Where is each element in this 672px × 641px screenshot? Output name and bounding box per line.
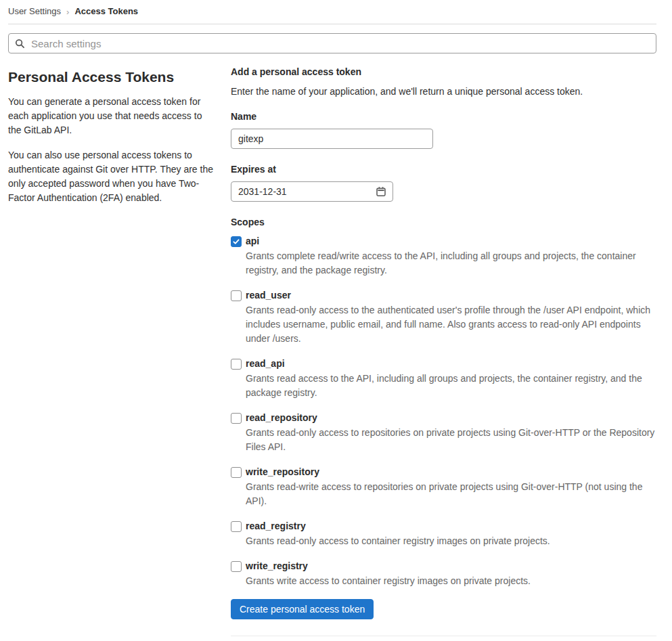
scope-item: read_registry Grants read-only access to… bbox=[231, 519, 656, 548]
scope-checkbox-read_api[interactable] bbox=[231, 359, 242, 370]
scope-description-read_registry: Grants read-only access to container reg… bbox=[246, 534, 550, 548]
scope-label-read_repository[interactable]: read_repository bbox=[246, 411, 317, 425]
scopes-label: Scopes bbox=[231, 216, 656, 229]
scope-item: write_repository Grants read-write acces… bbox=[231, 465, 656, 508]
breadcrumb: User Settings › Access Tokens bbox=[8, 0, 656, 24]
form-description: Enter the name of your application, and … bbox=[231, 85, 656, 98]
scope-label-read_registry[interactable]: read_registry bbox=[246, 519, 306, 533]
scope-checkbox-write_registry[interactable] bbox=[231, 561, 242, 572]
breadcrumb-chevron-icon: › bbox=[66, 7, 69, 16]
scope-item: read_user Grants read-only access to the… bbox=[231, 288, 656, 346]
scope-description-api: Grants complete read/write access to the… bbox=[246, 249, 656, 278]
section-paragraph-1: You can generate a personal access token… bbox=[8, 95, 215, 137]
settings-page: User Settings › Access Tokens Personal A… bbox=[0, 0, 672, 636]
scope-checkbox-api[interactable] bbox=[231, 236, 242, 247]
scope-label-write_repository[interactable]: write_repository bbox=[246, 465, 319, 479]
expires-at-field[interactable] bbox=[231, 181, 393, 202]
expires-at-label: Expires at bbox=[231, 163, 656, 176]
form-bottom-divider bbox=[231, 636, 656, 636]
scope-label-read_user[interactable]: read_user bbox=[246, 288, 291, 303]
scope-label-api[interactable]: api bbox=[246, 234, 259, 248]
scope-label-write_registry[interactable]: write_registry bbox=[246, 559, 308, 573]
section-description: Personal Access Tokens You can generate … bbox=[8, 61, 231, 636]
search-input[interactable] bbox=[30, 37, 650, 50]
form-title: Add a personal access token bbox=[231, 66, 656, 79]
search-settings-box bbox=[8, 33, 656, 53]
scope-description-read_user: Grants read-only access to the authentic… bbox=[246, 303, 656, 346]
scope-item: read_api Grants read access to the API, … bbox=[231, 357, 656, 400]
header-divider bbox=[8, 24, 656, 24]
scope-description-write_repository: Grants read-write access to repositories… bbox=[246, 480, 656, 508]
scope-checkbox-write_repository[interactable] bbox=[231, 467, 242, 478]
scope-item: api Grants complete read/write access to… bbox=[231, 234, 656, 278]
scope-checkbox-read_registry[interactable] bbox=[231, 521, 242, 532]
search-icon bbox=[15, 39, 25, 49]
scopes-list: api Grants complete read/write access to… bbox=[231, 234, 656, 588]
page-title: Personal Access Tokens bbox=[8, 68, 215, 87]
scope-label-read_api[interactable]: read_api bbox=[246, 357, 285, 371]
breadcrumb-user-settings[interactable]: User Settings bbox=[8, 6, 61, 16]
scope-item: write_registry Grants write access to co… bbox=[231, 559, 656, 588]
breadcrumb-access-tokens: Access Tokens bbox=[74, 6, 138, 16]
content-area: Personal Access Tokens You can generate … bbox=[8, 61, 656, 636]
name-label: Name bbox=[231, 110, 656, 123]
scope-item: read_repository Grants read-only access … bbox=[231, 411, 656, 454]
expires-at-group bbox=[231, 181, 393, 202]
scope-checkbox-read_repository[interactable] bbox=[231, 413, 242, 424]
name-field[interactable] bbox=[231, 129, 433, 149]
scope-checkbox-read_user[interactable] bbox=[231, 290, 242, 301]
token-form: Add a personal access token Enter the na… bbox=[231, 61, 656, 636]
scope-description-read_repository: Grants read-only access to repositories … bbox=[246, 426, 656, 454]
create-token-button[interactable]: Create personal access token bbox=[231, 599, 374, 619]
scope-description-write_registry: Grants write access to container registr… bbox=[246, 574, 531, 588]
section-paragraph-2: You can also use personal access tokens … bbox=[8, 148, 215, 205]
scope-description-read_api: Grants read access to the API, including… bbox=[246, 372, 656, 400]
